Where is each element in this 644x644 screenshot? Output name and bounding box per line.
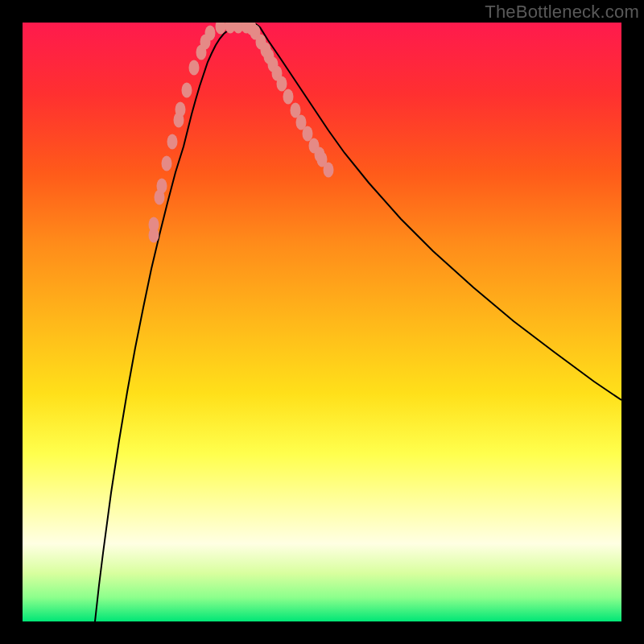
curve-marker-dot [175, 102, 186, 118]
plot-area [23, 23, 621, 621]
curve-marker-dot [162, 156, 172, 171]
curve-marker-dot [277, 76, 287, 92]
curve-marker-dot [182, 83, 192, 98]
curve-markers [149, 23, 334, 243]
curve-marker-dot [283, 89, 294, 105]
bottleneck-curve [95, 23, 621, 621]
watermark-text: TheBottleneck.com [485, 2, 639, 23]
curve-marker-dot [303, 126, 313, 142]
chart-frame: TheBottleneck.com [0, 0, 644, 644]
curve-marker-dot [149, 217, 159, 233]
curve-marker-dot [189, 60, 200, 76]
curve-layer [23, 23, 621, 621]
curve-marker-dot [157, 179, 167, 194]
curve-marker-dot [324, 163, 334, 178]
curve-marker-dot [205, 26, 216, 41]
curve-marker-dot [167, 134, 178, 150]
